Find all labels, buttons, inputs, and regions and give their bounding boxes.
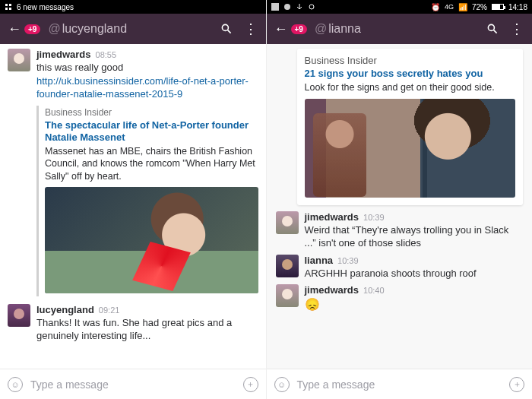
username[interactable]: jimedwards — [305, 211, 359, 223]
notif-icon — [308, 3, 315, 11]
composer-input[interactable]: Type a message — [297, 378, 502, 391]
attachment-title: 21 signs your boss secretly hates you — [305, 68, 516, 80]
back-button[interactable]: ← +9 — [274, 21, 307, 37]
battery-icon — [492, 4, 504, 10]
username[interactable]: jimedwards — [305, 284, 359, 296]
svg-rect-3 — [9, 8, 11, 10]
signal-icon: 📶 — [458, 3, 467, 11]
svg-line-10 — [494, 30, 497, 33]
timestamp: 10:40 — [363, 286, 385, 295]
phone-right: ⏰ 4G 📶 72% 14:18 ← +9 @lianna ⋮ Business… — [266, 0, 533, 399]
message: jimedwards10:39 Weird that “They're alwa… — [271, 211, 528, 250]
svg-point-8 — [309, 5, 314, 9]
avatar[interactable] — [8, 304, 30, 327]
message: lianna10:39 ARGHHH paranoia shoots throu… — [271, 255, 528, 280]
avatar[interactable] — [276, 284, 299, 307]
attachment-description: Massenet has an MBE, chairs the British … — [45, 145, 258, 182]
message-text: this was really good http://uk.businessi… — [36, 61, 258, 101]
composer-input[interactable]: Type a message — [30, 378, 236, 391]
link-attachment[interactable]: Business Insider 21 signs your boss secr… — [297, 49, 524, 205]
message-text: Weird that “They're always trolling you … — [305, 223, 524, 250]
search-icon[interactable] — [486, 23, 502, 35]
message-text: Thanks! It was fun. She had great pics a… — [36, 316, 258, 343]
message-list: jimedwards 08:55 this was really good ht… — [0, 44, 266, 369]
svg-rect-2 — [5, 8, 8, 10]
add-attachment-icon[interactable]: ＋ — [243, 377, 258, 392]
svg-line-5 — [227, 30, 230, 33]
timestamp: 08:55 — [96, 50, 117, 59]
message-emoji: 😞 — [305, 296, 524, 313]
attachment-image — [305, 99, 516, 198]
timestamp: 10:39 — [337, 256, 359, 265]
timestamp: 09:21 — [99, 306, 120, 315]
status-bar: ⏰ 4G 📶 72% 14:18 — [267, 0, 533, 14]
attachment-image — [45, 187, 258, 293]
alarm-icon: ⏰ — [431, 3, 440, 11]
message: jimedwards 08:55 this was really good ht… — [8, 49, 258, 296]
avatar[interactable] — [276, 255, 299, 277]
message-composer: ☺ Type a message ＋ — [0, 369, 266, 399]
unread-badge: +9 — [24, 24, 40, 34]
svg-point-9 — [488, 24, 494, 30]
app-header: ← +9 @lucyengland ⋮ — [0, 14, 266, 44]
avatar[interactable] — [8, 49, 30, 71]
emoji-picker-icon[interactable]: ☺ — [8, 377, 23, 392]
network-label: 4G — [445, 3, 454, 11]
notif-icon — [283, 3, 291, 11]
search-icon[interactable] — [220, 23, 236, 35]
download-icon — [296, 3, 303, 11]
arrow-left-icon: ← — [8, 21, 21, 37]
svg-rect-0 — [5, 4, 8, 6]
message: lucyengland 09:21 Thanks! It was fun. Sh… — [8, 304, 258, 343]
arrow-left-icon: ← — [274, 21, 288, 37]
svg-point-4 — [222, 24, 228, 30]
svg-point-7 — [284, 4, 290, 10]
app-header: ← +9 @lianna ⋮ — [267, 14, 533, 44]
unread-badge: +9 — [291, 24, 307, 34]
back-button[interactable]: ← +9 — [8, 21, 40, 37]
phone-left: 6 new messages ← +9 @lucyengland ⋮ jimed… — [0, 0, 266, 399]
link-attachment[interactable]: Business Insider The spectacular life of… — [36, 106, 258, 296]
message: jimedwards10:40 😞 — [271, 284, 528, 313]
attachment-site: Business Insider — [305, 55, 516, 66]
avatar[interactable] — [276, 211, 299, 234]
attachment-site: Business Insider — [45, 107, 258, 118]
message-composer: ☺ Type a message ＋ — [267, 369, 533, 399]
username[interactable]: lucyengland — [36, 304, 94, 315]
add-attachment-icon[interactable]: ＋ — [509, 377, 524, 392]
slack-statusbar-icon — [5, 3, 12, 11]
message-list: Business Insider 21 signs your boss secr… — [267, 44, 533, 369]
svg-rect-6 — [271, 3, 279, 11]
channel-title[interactable]: @lucyengland — [48, 22, 212, 36]
clock: 14:18 — [508, 3, 527, 11]
status-bar: 6 new messages — [0, 0, 266, 14]
attachment-title: The spectacular life of Net-a-Porter fou… — [45, 119, 258, 144]
at-icon: @ — [48, 22, 60, 35]
username[interactable]: jimedwards — [36, 49, 91, 60]
notif-icon — [271, 3, 279, 11]
attachment-description: Look for the signs and get on their good… — [305, 81, 516, 93]
statusbar-text: 6 new messages — [17, 3, 74, 11]
message-text: ARGHHH paranoia shoots through roof — [305, 267, 524, 280]
battery-pct: 72% — [472, 3, 487, 11]
at-icon: @ — [315, 22, 327, 35]
channel-title[interactable]: @lianna — [315, 22, 479, 36]
username[interactable]: lianna — [305, 255, 334, 266]
message-link[interactable]: http://uk.businessinsider.com/life-of-ne… — [36, 75, 249, 100]
timestamp: 10:39 — [363, 213, 385, 222]
emoji-picker-icon[interactable]: ☺ — [274, 377, 290, 392]
svg-rect-1 — [9, 4, 11, 6]
